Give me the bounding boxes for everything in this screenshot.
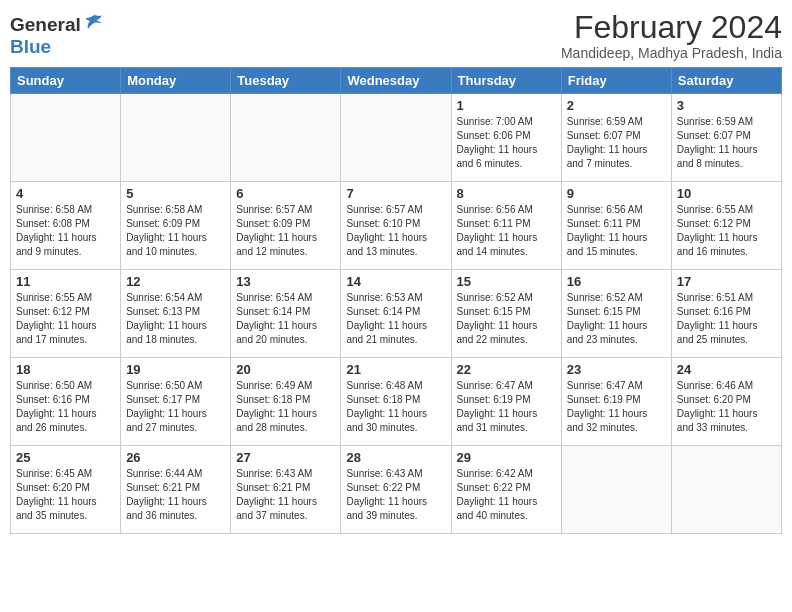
calendar-cell-w3-d1: 12Sunrise: 6:54 AM Sunset: 6:13 PM Dayli…: [121, 270, 231, 358]
day-info: Sunrise: 6:54 AM Sunset: 6:14 PM Dayligh…: [236, 291, 335, 347]
calendar-cell-w1-d5: 2Sunrise: 6:59 AM Sunset: 6:07 PM Daylig…: [561, 94, 671, 182]
day-number: 18: [16, 362, 115, 377]
week-row-1: 1Sunrise: 7:00 AM Sunset: 6:06 PM Daylig…: [11, 94, 782, 182]
col-tuesday: Tuesday: [231, 68, 341, 94]
day-info: Sunrise: 6:50 AM Sunset: 6:17 PM Dayligh…: [126, 379, 225, 435]
calendar-cell-w3-d5: 16Sunrise: 6:52 AM Sunset: 6:15 PM Dayli…: [561, 270, 671, 358]
day-number: 8: [457, 186, 556, 201]
day-number: 13: [236, 274, 335, 289]
calendar-cell-w5-d2: 27Sunrise: 6:43 AM Sunset: 6:21 PM Dayli…: [231, 446, 341, 534]
day-number: 9: [567, 186, 666, 201]
day-number: 11: [16, 274, 115, 289]
day-info: Sunrise: 6:53 AM Sunset: 6:14 PM Dayligh…: [346, 291, 445, 347]
calendar-cell-w2-d0: 4Sunrise: 6:58 AM Sunset: 6:08 PM Daylig…: [11, 182, 121, 270]
header: General Blue February 2024 Mandideep, Ma…: [10, 10, 782, 61]
day-number: 16: [567, 274, 666, 289]
day-number: 10: [677, 186, 776, 201]
day-number: 21: [346, 362, 445, 377]
day-number: 1: [457, 98, 556, 113]
week-row-2: 4Sunrise: 6:58 AM Sunset: 6:08 PM Daylig…: [11, 182, 782, 270]
day-info: Sunrise: 6:57 AM Sunset: 6:10 PM Dayligh…: [346, 203, 445, 259]
day-number: 12: [126, 274, 225, 289]
day-number: 28: [346, 450, 445, 465]
calendar-cell-w5-d6: [671, 446, 781, 534]
logo-bird-icon: [84, 13, 104, 33]
calendar-table: Sunday Monday Tuesday Wednesday Thursday…: [10, 67, 782, 534]
day-info: Sunrise: 6:59 AM Sunset: 6:07 PM Dayligh…: [677, 115, 776, 171]
day-info: Sunrise: 6:43 AM Sunset: 6:21 PM Dayligh…: [236, 467, 335, 523]
day-info: Sunrise: 6:55 AM Sunset: 6:12 PM Dayligh…: [677, 203, 776, 259]
calendar-cell-w4-d3: 21Sunrise: 6:48 AM Sunset: 6:18 PM Dayli…: [341, 358, 451, 446]
calendar-cell-w3-d4: 15Sunrise: 6:52 AM Sunset: 6:15 PM Dayli…: [451, 270, 561, 358]
day-number: 4: [16, 186, 115, 201]
page-wrapper: General Blue February 2024 Mandideep, Ma…: [10, 10, 782, 534]
calendar-cell-w1-d4: 1Sunrise: 7:00 AM Sunset: 6:06 PM Daylig…: [451, 94, 561, 182]
calendar-cell-w4-d6: 24Sunrise: 6:46 AM Sunset: 6:20 PM Dayli…: [671, 358, 781, 446]
day-info: Sunrise: 6:47 AM Sunset: 6:19 PM Dayligh…: [567, 379, 666, 435]
day-number: 15: [457, 274, 556, 289]
day-info: Sunrise: 6:56 AM Sunset: 6:11 PM Dayligh…: [567, 203, 666, 259]
day-info: Sunrise: 6:51 AM Sunset: 6:16 PM Dayligh…: [677, 291, 776, 347]
calendar-header-row: Sunday Monday Tuesday Wednesday Thursday…: [11, 68, 782, 94]
calendar-cell-w5-d0: 25Sunrise: 6:45 AM Sunset: 6:20 PM Dayli…: [11, 446, 121, 534]
day-info: Sunrise: 6:59 AM Sunset: 6:07 PM Dayligh…: [567, 115, 666, 171]
day-number: 7: [346, 186, 445, 201]
calendar-cell-w3-d2: 13Sunrise: 6:54 AM Sunset: 6:14 PM Dayli…: [231, 270, 341, 358]
calendar-cell-w1-d1: [121, 94, 231, 182]
day-number: 25: [16, 450, 115, 465]
day-info: Sunrise: 6:56 AM Sunset: 6:11 PM Dayligh…: [457, 203, 556, 259]
calendar-cell-w1-d0: [11, 94, 121, 182]
day-number: 22: [457, 362, 556, 377]
calendar-cell-w5-d3: 28Sunrise: 6:43 AM Sunset: 6:22 PM Dayli…: [341, 446, 451, 534]
month-year-title: February 2024: [561, 10, 782, 45]
logo: General Blue: [10, 10, 104, 58]
col-sunday: Sunday: [11, 68, 121, 94]
calendar-cell-w5-d1: 26Sunrise: 6:44 AM Sunset: 6:21 PM Dayli…: [121, 446, 231, 534]
calendar-cell-w4-d2: 20Sunrise: 6:49 AM Sunset: 6:18 PM Dayli…: [231, 358, 341, 446]
title-area: February 2024 Mandideep, Madhya Pradesh,…: [561, 10, 782, 61]
day-info: Sunrise: 6:42 AM Sunset: 6:22 PM Dayligh…: [457, 467, 556, 523]
calendar-cell-w3-d3: 14Sunrise: 6:53 AM Sunset: 6:14 PM Dayli…: [341, 270, 451, 358]
day-info: Sunrise: 6:58 AM Sunset: 6:09 PM Dayligh…: [126, 203, 225, 259]
day-number: 14: [346, 274, 445, 289]
location-subtitle: Mandideep, Madhya Pradesh, India: [561, 45, 782, 61]
calendar-cell-w5-d4: 29Sunrise: 6:42 AM Sunset: 6:22 PM Dayli…: [451, 446, 561, 534]
day-info: Sunrise: 6:55 AM Sunset: 6:12 PM Dayligh…: [16, 291, 115, 347]
col-friday: Friday: [561, 68, 671, 94]
day-info: Sunrise: 6:52 AM Sunset: 6:15 PM Dayligh…: [567, 291, 666, 347]
day-number: 5: [126, 186, 225, 201]
day-number: 17: [677, 274, 776, 289]
calendar-cell-w1-d2: [231, 94, 341, 182]
calendar-cell-w2-d3: 7Sunrise: 6:57 AM Sunset: 6:10 PM Daylig…: [341, 182, 451, 270]
calendar-cell-w3-d6: 17Sunrise: 6:51 AM Sunset: 6:16 PM Dayli…: [671, 270, 781, 358]
col-saturday: Saturday: [671, 68, 781, 94]
logo-general: General: [10, 14, 81, 36]
day-info: Sunrise: 6:43 AM Sunset: 6:22 PM Dayligh…: [346, 467, 445, 523]
day-info: Sunrise: 6:46 AM Sunset: 6:20 PM Dayligh…: [677, 379, 776, 435]
day-number: 6: [236, 186, 335, 201]
calendar-cell-w3-d0: 11Sunrise: 6:55 AM Sunset: 6:12 PM Dayli…: [11, 270, 121, 358]
day-info: Sunrise: 6:48 AM Sunset: 6:18 PM Dayligh…: [346, 379, 445, 435]
calendar-cell-w4-d1: 19Sunrise: 6:50 AM Sunset: 6:17 PM Dayli…: [121, 358, 231, 446]
day-info: Sunrise: 6:54 AM Sunset: 6:13 PM Dayligh…: [126, 291, 225, 347]
calendar-cell-w2-d4: 8Sunrise: 6:56 AM Sunset: 6:11 PM Daylig…: [451, 182, 561, 270]
day-number: 26: [126, 450, 225, 465]
day-number: 29: [457, 450, 556, 465]
calendar-cell-w2-d5: 9Sunrise: 6:56 AM Sunset: 6:11 PM Daylig…: [561, 182, 671, 270]
calendar-cell-w2-d2: 6Sunrise: 6:57 AM Sunset: 6:09 PM Daylig…: [231, 182, 341, 270]
day-number: 27: [236, 450, 335, 465]
day-info: Sunrise: 6:44 AM Sunset: 6:21 PM Dayligh…: [126, 467, 225, 523]
week-row-4: 18Sunrise: 6:50 AM Sunset: 6:16 PM Dayli…: [11, 358, 782, 446]
day-number: 2: [567, 98, 666, 113]
day-number: 20: [236, 362, 335, 377]
day-info: Sunrise: 6:57 AM Sunset: 6:09 PM Dayligh…: [236, 203, 335, 259]
calendar-cell-w1-d3: [341, 94, 451, 182]
day-info: Sunrise: 6:49 AM Sunset: 6:18 PM Dayligh…: [236, 379, 335, 435]
day-info: Sunrise: 6:45 AM Sunset: 6:20 PM Dayligh…: [16, 467, 115, 523]
day-info: Sunrise: 6:58 AM Sunset: 6:08 PM Dayligh…: [16, 203, 115, 259]
day-info: Sunrise: 6:47 AM Sunset: 6:19 PM Dayligh…: [457, 379, 556, 435]
day-number: 19: [126, 362, 225, 377]
calendar-cell-w4-d4: 22Sunrise: 6:47 AM Sunset: 6:19 PM Dayli…: [451, 358, 561, 446]
week-row-3: 11Sunrise: 6:55 AM Sunset: 6:12 PM Dayli…: [11, 270, 782, 358]
calendar-cell-w4-d0: 18Sunrise: 6:50 AM Sunset: 6:16 PM Dayli…: [11, 358, 121, 446]
